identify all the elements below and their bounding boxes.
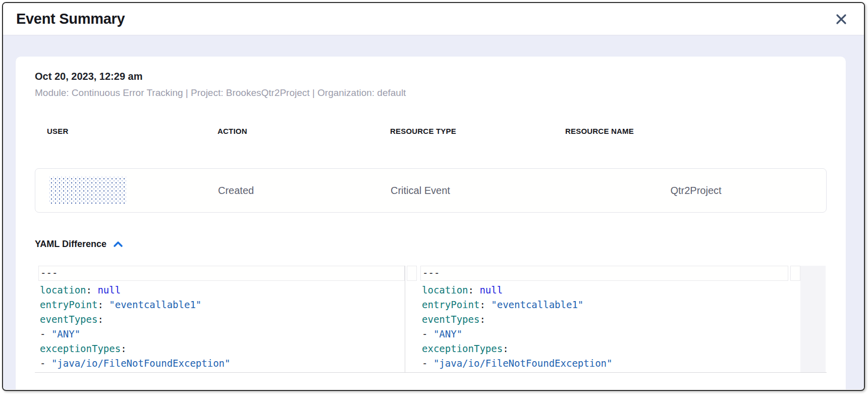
yaml-line: - "java/io/FileNotFoundException" xyxy=(38,356,417,371)
yaml-line: eventTypes: xyxy=(420,312,800,327)
redacted-user-avatar xyxy=(49,177,126,204)
audit-table-row: Created Critical Event Qtr2Project xyxy=(35,168,827,213)
user-cell xyxy=(35,177,218,204)
close-icon xyxy=(836,14,847,25)
close-button[interactable] xyxy=(833,11,850,28)
yaml-diff-pane-left[interactable]: --- location: nullentryPoint: "eventcall… xyxy=(38,266,417,372)
column-header-resource-type: RESOURCE TYPE xyxy=(390,127,565,135)
pane-divider-line xyxy=(405,266,405,372)
yaml-line: - "ANY" xyxy=(38,327,417,341)
yaml-diff-view: --- location: nullentryPoint: "eventcall… xyxy=(35,266,827,373)
event-summary-dialog: Event Summary Oct 20, 2023, 12:29 am Mod… xyxy=(2,2,865,391)
yaml-line: entryPoint: "eventcallable1" xyxy=(38,298,417,312)
yaml-line: exceptionTypes: xyxy=(38,341,417,356)
pane-scrollbar-corner[interactable] xyxy=(407,266,417,281)
pane-body: location: nullentryPoint: "eventcallable… xyxy=(38,281,417,371)
pane-body: location: nullentryPoint: "eventcallable… xyxy=(420,281,800,371)
pane-scrollbar-track[interactable] xyxy=(800,266,826,372)
resource-type-cell: Critical Event xyxy=(391,185,566,196)
audit-table-header: USER ACTION RESOURCE TYPE RESOURCE NAME xyxy=(35,127,827,135)
column-header-action: ACTION xyxy=(218,127,390,135)
yaml-doc-separator-row: --- xyxy=(38,266,405,281)
dialog-header: Event Summary xyxy=(3,3,864,35)
yaml-line: entryPoint: "eventcallable1" xyxy=(420,298,800,312)
yaml-difference-toggle[interactable]: YAML Difference xyxy=(35,239,827,250)
dialog-body: Oct 20, 2023, 12:29 am Module: Continuou… xyxy=(3,35,864,389)
yaml-doc-separator-row: --- xyxy=(420,266,788,281)
event-timestamp: Oct 20, 2023, 12:29 am xyxy=(35,71,827,82)
yaml-line: location: null xyxy=(38,283,417,298)
resource-name-cell: Qtr2Project xyxy=(670,185,721,196)
yaml-line: - "ANY" xyxy=(420,327,800,341)
yaml-line: location: null xyxy=(420,283,800,298)
yaml-line: exceptionTypes: xyxy=(420,341,800,356)
chevron-up-icon[interactable] xyxy=(113,240,124,249)
yaml-diff-pane-right[interactable]: --- location: nullentryPoint: "eventcall… xyxy=(420,266,800,372)
dialog-title: Event Summary xyxy=(16,11,833,27)
event-card: Oct 20, 2023, 12:29 am Module: Continuou… xyxy=(16,57,846,389)
action-cell: Created xyxy=(218,185,391,196)
event-meta: Module: Continuous Error Tracking | Proj… xyxy=(35,87,827,98)
yaml-line: - "java/io/FileNotFoundException" xyxy=(420,356,800,371)
pane-scrollbar-corner[interactable] xyxy=(790,266,800,281)
column-header-resource-name: RESOURCE NAME xyxy=(565,127,827,135)
yaml-line: eventTypes: xyxy=(38,312,417,327)
column-header-user: USER xyxy=(35,127,218,135)
yaml-difference-label: YAML Difference xyxy=(35,239,106,250)
